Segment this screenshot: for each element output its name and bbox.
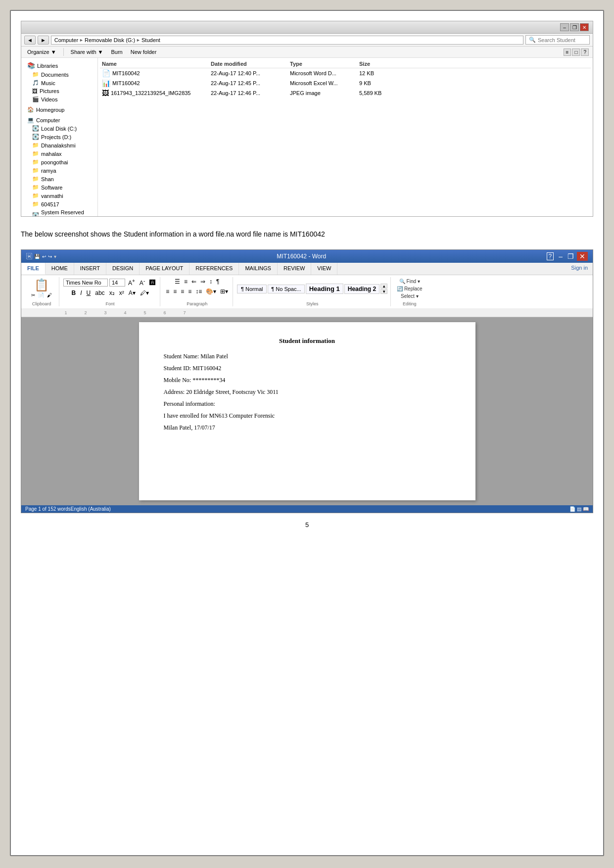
select-button[interactable]: Select ▾	[396, 293, 423, 299]
help-button[interactable]: ?	[581, 48, 589, 56]
font-color-button[interactable]: A▾	[127, 289, 137, 297]
minimize-button[interactable]: –	[560, 23, 569, 31]
sidebar-item-projects[interactable]: 💽 Projects (D:)	[21, 133, 97, 141]
address-path[interactable]: Computer ► Removable Disk (G:) ► Student	[51, 36, 523, 45]
maximize-button[interactable]: ❐	[570, 23, 579, 31]
subscript-button[interactable]: x₂	[108, 289, 116, 297]
align-right-button[interactable]: ≡	[179, 287, 186, 296]
tab-page-layout[interactable]: PAGE LAYOUT	[140, 263, 189, 275]
style-heading2[interactable]: Heading 2	[344, 284, 379, 294]
sidebar-item-ramya-label: ramya	[41, 168, 56, 174]
sidebar-item-vanmathi[interactable]: 📁 vanmathi	[21, 192, 97, 200]
sidebar-item-music[interactable]: 🎵 Music	[21, 79, 97, 87]
sidebar-item-pictures[interactable]: 🖼 Pictures	[21, 87, 97, 95]
paragraph-mark-button[interactable]: ¶	[215, 277, 221, 286]
path-drive[interactable]: Removable Disk (G:)	[85, 37, 135, 43]
font-size-input[interactable]	[109, 279, 125, 287]
grow-font-button[interactable]: A+	[127, 277, 137, 288]
bold-button[interactable]: B	[70, 289, 78, 297]
sort-button[interactable]: ↕	[208, 277, 214, 286]
table-row[interactable]: 📊 MIT160042 22-Aug-17 12:45 P... Microso…	[100, 78, 591, 88]
editing-area: 🔍 Find ▾ 🔄 Replace Select ▾	[395, 277, 424, 300]
new-folder-button[interactable]: New folder	[129, 48, 159, 56]
italic-button[interactable]: I	[79, 289, 83, 297]
file-type-2: Microsoft Excel W...	[290, 80, 359, 86]
word-restore-button[interactable]: ❐	[566, 252, 576, 260]
organize-button[interactable]: Organize ▼	[25, 48, 58, 56]
computer-icon: 💻	[27, 117, 34, 123]
table-row[interactable]: 🖼 1617943_1322139254_IMG2835 22-Aug-17 1…	[100, 88, 591, 98]
sidebar-item-videos[interactable]: 🎬 Videos	[21, 95, 97, 103]
word-close-button[interactable]: ✕	[577, 252, 588, 261]
bullet-list-button[interactable]: ☰	[173, 277, 182, 286]
forward-button[interactable]: ►	[38, 36, 49, 45]
superscript-button[interactable]: x²	[118, 289, 126, 297]
path-student[interactable]: Student	[142, 37, 160, 43]
style-no-spacing[interactable]: ¶ No Spac...	[268, 285, 304, 293]
copy-button[interactable]: 📄	[37, 292, 45, 298]
styles-scroll-down[interactable]: ▼	[380, 289, 387, 294]
path-computer[interactable]: Computer	[54, 37, 78, 43]
sidebar-item-system-reserved[interactable]: 💽 System Reserved (F:)	[21, 208, 97, 216]
file-name-cell-2: 📊 MIT160042	[102, 79, 211, 87]
back-button[interactable]: ◄	[24, 36, 36, 45]
word-file-icon-1: 📄	[102, 69, 110, 77]
justify-button[interactable]: ≡	[187, 287, 193, 296]
tab-review[interactable]: REVIEW	[278, 263, 311, 275]
paste-button[interactable]: 📋	[34, 279, 49, 291]
view-split-button[interactable]: □	[572, 48, 580, 56]
sidebar-item-documents[interactable]: 📁 Documents	[21, 70, 97, 79]
font-name-input[interactable]	[63, 279, 108, 287]
border-button[interactable]: ⊞▾	[219, 287, 230, 296]
replace-button[interactable]: 🔄 Replace	[396, 286, 423, 292]
sidebar-item-dhanalakshmi[interactable]: 📁 Dhanalakshmi	[21, 141, 97, 149]
highlight-button[interactable]: 🖊▾	[139, 289, 150, 297]
sign-in-button[interactable]: Sign in	[566, 263, 593, 275]
strikethrough-button[interactable]: abc	[94, 289, 106, 297]
sidebar-item-shan[interactable]: 📁 Shan	[21, 175, 97, 183]
sidebar-item-local-disk[interactable]: 💽 Local Disk (C:)	[21, 124, 97, 133]
tab-mailings[interactable]: MAILINGS	[239, 263, 278, 275]
table-row[interactable]: 📄 MIT160042 22-Aug-17 12:40 P... Microso…	[100, 68, 591, 78]
close-button[interactable]: ✕	[580, 23, 589, 31]
ruler-mark-5: 5	[140, 310, 150, 315]
view-details-button[interactable]: ≡	[564, 48, 571, 56]
word-page[interactable]: Student information Student Name: Milan …	[139, 322, 475, 500]
sidebar-item-homegroup[interactable]: 🏠 Homegroup	[21, 105, 97, 114]
tab-view[interactable]: VIEW	[311, 263, 337, 275]
sidebar-item-libraries[interactable]: 📚 Libraries	[21, 61, 97, 70]
sidebar-item-computer[interactable]: 💻 Computer	[21, 116, 97, 124]
search-box[interactable]: 🔍	[525, 35, 590, 45]
underline-button[interactable]: U	[85, 289, 93, 297]
burn-button[interactable]: Burn	[109, 48, 125, 56]
number-list-button[interactable]: ≡	[183, 277, 189, 286]
search-input[interactable]	[538, 37, 582, 43]
sidebar-item-ramya[interactable]: 📁 ramya	[21, 166, 97, 175]
indent-increase-button[interactable]: ⇒	[199, 277, 207, 286]
indent-decrease-button[interactable]: ⇐	[190, 277, 198, 286]
tab-file[interactable]: FILE	[21, 263, 46, 275]
shrink-font-button[interactable]: A-	[138, 277, 146, 288]
style-heading1[interactable]: Heading 1	[306, 284, 343, 294]
tab-insert[interactable]: INSERT	[74, 263, 106, 275]
cut-button[interactable]: ✂	[30, 292, 36, 298]
sidebar-item-mahalax[interactable]: 📁 mahalax	[21, 149, 97, 158]
word-minimize-button[interactable]: –	[557, 252, 565, 260]
align-center-button[interactable]: ≡	[172, 287, 178, 296]
ruler-mark-2: 2	[81, 310, 91, 315]
share-with-button[interactable]: Share with ▼	[69, 48, 105, 56]
shading-button[interactable]: 🎨▾	[204, 287, 218, 296]
sidebar-item-604517[interactable]: 📁 604517	[21, 200, 97, 208]
align-left-button[interactable]: ≡	[164, 287, 171, 296]
styles-scroll-up[interactable]: ▲	[380, 284, 387, 289]
format-painter-button[interactable]: 🖌	[46, 292, 53, 298]
line-spacing-button[interactable]: ↕≡	[194, 287, 203, 296]
tab-home[interactable]: HOME	[46, 263, 74, 275]
tab-design[interactable]: DESIGN	[106, 263, 140, 275]
tab-references[interactable]: REFERENCES	[189, 263, 239, 275]
style-normal[interactable]: ¶ Normal	[237, 285, 267, 293]
find-button[interactable]: 🔍 Find ▾	[396, 278, 423, 285]
sidebar-item-software[interactable]: 📁 Software	[21, 183, 97, 192]
sidebar-item-poongothai[interactable]: 📁 poongothai	[21, 158, 97, 166]
clear-format-button[interactable]: 🅰	[148, 278, 157, 287]
